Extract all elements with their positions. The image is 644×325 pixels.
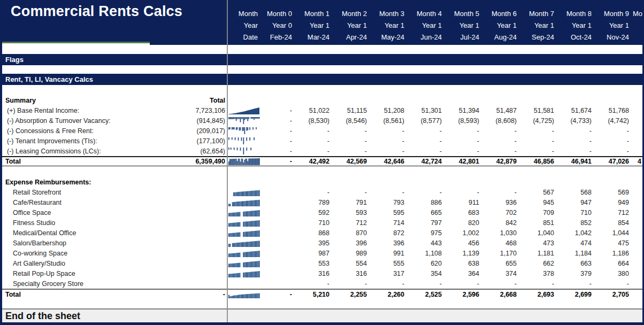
expense-header-label[interactable]: Expense Reimbursements: xyxy=(2,179,91,186)
cell[interactable]: 46,941 xyxy=(558,158,595,165)
cell[interactable]: 710 xyxy=(296,219,333,227)
cell[interactable]: (8,546) xyxy=(333,117,371,125)
cell[interactable]: 42,646 xyxy=(371,158,408,165)
cell[interactable]: 947 xyxy=(558,199,595,206)
summary-header-total[interactable]: Total xyxy=(210,97,227,104)
cell[interactable]: 396 xyxy=(371,239,408,247)
cell[interactable]: (8,608) xyxy=(483,117,520,125)
medical-dental-office-label[interactable]: Medical/Dental Office xyxy=(2,229,76,237)
header-cell[interactable]: Year 0 xyxy=(262,21,296,29)
cell[interactable]: - xyxy=(333,127,371,135)
cell[interactable]: 975 xyxy=(408,229,446,237)
cell[interactable]: 789 xyxy=(296,199,333,206)
cell[interactable]: - xyxy=(333,280,371,288)
section-flags[interactable]: Flags xyxy=(2,54,642,65)
header-cell[interactable]: Year 1 xyxy=(333,21,371,29)
cell[interactable]: 380 xyxy=(595,270,633,277)
cell[interactable]: 683 xyxy=(446,209,483,216)
cell[interactable]: 554 xyxy=(333,260,371,267)
header-cell[interactable]: Feb-24 xyxy=(262,33,296,41)
cell[interactable]: 1,184 xyxy=(558,250,595,257)
header-cell[interactable]: Month 4 xyxy=(408,10,446,18)
cell[interactable]: 443 xyxy=(408,239,446,247)
cell[interactable]: 712 xyxy=(333,219,371,227)
cell[interactable]: 791 xyxy=(333,199,371,206)
cell[interactable]: - xyxy=(262,107,296,114)
summary-total-total[interactable]: 6,359,490 xyxy=(195,158,227,165)
cell[interactable]: - xyxy=(483,137,520,145)
cell[interactable]: 378 xyxy=(520,270,558,277)
cell[interactable]: - xyxy=(408,127,446,135)
fitness-studio-label[interactable]: Fitness Studio xyxy=(2,219,55,227)
cell[interactable]: 1,040 xyxy=(520,229,558,237)
cell[interactable]: 1,181 xyxy=(520,250,558,257)
cell[interactable]: - xyxy=(520,127,558,135)
cell[interactable]: - xyxy=(262,158,296,165)
header-cell[interactable]: Month 9 xyxy=(595,10,633,18)
header-cell[interactable]: Nov-24 xyxy=(595,33,633,41)
cell[interactable]: - xyxy=(446,148,483,155)
header-cell[interactable]: Mar-24 xyxy=(296,33,333,41)
cell[interactable]: - xyxy=(408,189,446,196)
cell[interactable]: 2,699 xyxy=(558,291,595,298)
header-cell[interactable]: Year 1 xyxy=(408,21,446,29)
cell[interactable]: 1,186 xyxy=(595,250,633,257)
cell[interactable]: 475 xyxy=(595,239,633,247)
cell[interactable]: - xyxy=(371,148,408,155)
cell[interactable]: 664 xyxy=(595,260,633,267)
header-cell[interactable]: Month 5 xyxy=(446,10,483,18)
co-working-space-label[interactable]: Co-working Space xyxy=(2,250,67,257)
cell[interactable]: 714 xyxy=(371,219,408,227)
cell[interactable]: 936 xyxy=(483,199,520,206)
header-cell[interactable]: Year 1 xyxy=(595,21,633,29)
header-cell[interactable]: Month 3 xyxy=(371,10,408,18)
cell[interactable]: - xyxy=(595,137,633,145)
cell[interactable]: 555 xyxy=(371,260,408,267)
cell[interactable]: 1,042 xyxy=(558,229,595,237)
cell[interactable]: 797 xyxy=(408,219,446,227)
cell[interactable]: 51,674 xyxy=(558,107,595,114)
header-cell[interactable]: Year 1 xyxy=(520,21,558,29)
cell[interactable]: 886 xyxy=(408,199,446,206)
cell[interactable]: 42,801 xyxy=(446,158,483,165)
header-cell[interactable]: Month 6 xyxy=(483,10,520,18)
cell[interactable]: 1,002 xyxy=(446,229,483,237)
cell[interactable]: - xyxy=(371,280,408,288)
cell[interactable]: 638 xyxy=(446,260,483,267)
tenant-improvements-total[interactable]: (177,100) xyxy=(196,137,227,145)
cell[interactable]: 793 xyxy=(371,199,408,206)
cell[interactable]: 842 xyxy=(483,219,520,227)
summary-header-label[interactable]: Summary xyxy=(2,97,36,104)
cafe-restaurant-label[interactable]: Cafe/Restaurant xyxy=(2,199,62,206)
cell[interactable]: - xyxy=(333,148,371,155)
cell[interactable]: 712 xyxy=(595,209,633,216)
header-cell[interactable]: Jun-24 xyxy=(408,33,446,41)
header-cell[interactable]: Month 2 xyxy=(333,10,371,18)
cell[interactable]: 474 xyxy=(558,239,595,247)
cell[interactable]: - xyxy=(408,137,446,145)
cell[interactable]: - xyxy=(262,148,296,155)
cell[interactable]: 567 xyxy=(520,189,558,196)
cell[interactable]: 2,693 xyxy=(520,291,558,298)
leasing-commissions-label[interactable]: (-) Leasing Commissions (LCs): xyxy=(2,148,101,155)
cell[interactable]: - xyxy=(558,127,595,135)
cell[interactable]: 854 xyxy=(595,219,633,227)
retail-pop-up-space-label[interactable]: Retail Pop-Up Space xyxy=(2,270,75,277)
cell[interactable]: 364 xyxy=(446,270,483,277)
cell[interactable]: 354 xyxy=(408,270,446,277)
summary-total-label[interactable]: Total xyxy=(2,158,21,165)
cell[interactable]: 911 xyxy=(446,199,483,206)
cell[interactable]: - xyxy=(558,137,595,145)
cell[interactable]: - xyxy=(446,280,483,288)
cell[interactable]: 2,705 xyxy=(595,291,633,298)
cell[interactable]: 5,210 xyxy=(296,291,333,298)
cell[interactable]: 987 xyxy=(296,250,333,257)
cell[interactable]: 820 xyxy=(446,219,483,227)
cell[interactable]: - xyxy=(408,280,446,288)
cell[interactable]: 2,255 xyxy=(333,291,371,298)
header-cell[interactable]: Aug-24 xyxy=(483,33,520,41)
cell[interactable]: - xyxy=(408,148,446,155)
cell[interactable]: - xyxy=(371,137,408,145)
header-cell[interactable]: May-24 xyxy=(371,33,408,41)
cell[interactable]: - xyxy=(296,148,333,155)
